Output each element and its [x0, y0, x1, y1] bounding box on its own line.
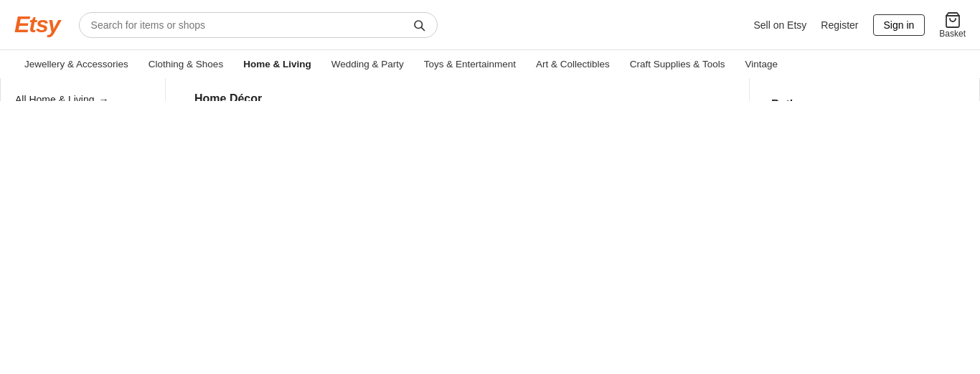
sell-on-etsy-link[interactable]: Sell on Etsy — [753, 19, 806, 31]
svg-line-1 — [421, 27, 424, 30]
nav-item-clothing[interactable]: Clothing & Shoes — [138, 50, 233, 78]
main-nav: Jewellery & Accessories Clothing & Shoes… — [0, 50, 980, 80]
dropdown-middle-panel: Home Décor Wall Décor Decorative Cushion… — [166, 78, 750, 101]
search-button[interactable] — [413, 19, 425, 32]
arrow-right-icon: → — [99, 94, 109, 101]
nav-item-vintage[interactable]: Vintage — [735, 50, 788, 78]
header: Etsy Sell on Etsy Register Sign in Baske… — [0, 0, 980, 50]
home-living-dropdown: All Home & Living → Home › Bath & Beauty… — [0, 78, 980, 101]
search-input[interactable] — [91, 19, 413, 31]
nav-item-craft[interactable]: Craft Supplies & Tools — [620, 50, 735, 78]
search-icon — [413, 19, 425, 32]
basket-button[interactable]: Basket — [939, 11, 966, 39]
dropdown-right-panel: Bathroom Outdoor & Gardening Storage & O… — [750, 78, 979, 101]
nav-item-jewellery[interactable]: Jewellery & Accessories — [14, 50, 138, 78]
search-bar — [79, 12, 438, 38]
register-link[interactable]: Register — [821, 19, 858, 31]
sign-in-button[interactable]: Sign in — [873, 14, 925, 36]
header-right: Sell on Etsy Register Sign in Basket — [753, 11, 966, 39]
basket-icon — [944, 11, 961, 29]
etsy-logo[interactable]: Etsy — [14, 11, 60, 38]
home-decor-title: Home Décor — [194, 92, 720, 101]
basket-label: Basket — [939, 29, 966, 39]
nav-item-toys[interactable]: Toys & Entertainment — [414, 50, 526, 78]
nav-item-art[interactable]: Art & Collectibles — [526, 50, 620, 78]
dropdown-left-panel: All Home & Living → Home › Bath & Beauty… — [1, 78, 166, 101]
all-home-living-link[interactable]: All Home & Living → — [1, 87, 165, 101]
nav-item-home-living[interactable]: Home & Living — [233, 50, 321, 80]
right-cat-bathroom[interactable]: Bathroom — [771, 92, 958, 101]
nav-item-wedding[interactable]: Wedding & Party — [321, 50, 414, 78]
